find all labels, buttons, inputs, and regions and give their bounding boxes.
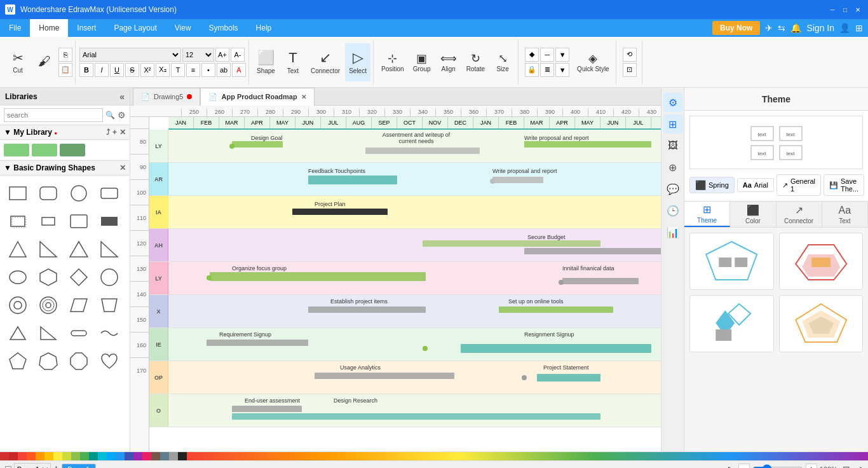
task-bar-write-proposal-2[interactable]	[492, 177, 543, 183]
my-library-header[interactable]: ▼ My Library ● ⤴ + ✕	[0, 125, 130, 140]
lock-button[interactable]: 🔒	[525, 63, 539, 77]
shape-double-ring[interactable]	[36, 292, 61, 318]
shape-pill[interactable]	[66, 320, 92, 346]
settings-icon[interactable]: ⚙	[118, 110, 126, 120]
zoom-out-button[interactable]: −	[738, 464, 750, 469]
size-button[interactable]: ⤡ Size	[490, 43, 515, 81]
shape-button[interactable]: ⬜ Shape	[253, 43, 279, 81]
task-bar-resign-signup[interactable]	[461, 344, 651, 353]
align-button[interactable]: ⟺ Align	[436, 43, 461, 81]
shape-pentagon[interactable]	[5, 348, 31, 374]
menu-home[interactable]: Home	[30, 19, 68, 37]
side-icon-image[interactable]: 🖼	[663, 136, 682, 155]
theme-item-3[interactable]	[689, 295, 774, 352]
italic-button[interactable]: I	[95, 63, 109, 77]
play-button[interactable]: ▶	[728, 465, 733, 468]
font-color-button[interactable]: A	[232, 63, 246, 77]
swatch-lime[interactable]	[62, 452, 71, 460]
side-icon-comments[interactable]: 💬	[663, 179, 682, 198]
find-replace-button[interactable]: ⟲	[623, 48, 637, 62]
rotate-button[interactable]: ↻ Rotate	[463, 43, 489, 81]
page-select[interactable]: Page-1	[14, 463, 51, 469]
minimize-button[interactable]: ─	[827, 4, 837, 15]
my-library-add-icon[interactable]: +	[112, 128, 117, 137]
swatch-brown[interactable]	[151, 452, 160, 460]
lib-shape-2[interactable]	[32, 144, 57, 156]
select-all-button[interactable]: ⊡	[623, 63, 637, 77]
theme-item-4[interactable]	[779, 295, 864, 352]
menu-help[interactable]: Help	[247, 19, 281, 37]
shape-right-tri-small[interactable]	[36, 320, 61, 346]
shape-thick-rect[interactable]	[97, 209, 122, 234]
menu-file[interactable]: File	[0, 19, 30, 37]
task-bar-enduser[interactable]	[232, 406, 302, 412]
task-bar-req-signup[interactable]	[207, 340, 308, 346]
menu-insert[interactable]: Insert	[68, 19, 105, 37]
shape-ellipse[interactable]	[5, 265, 31, 290]
swatch-pink[interactable]	[142, 452, 151, 460]
side-icon-data[interactable]: 📊	[663, 223, 682, 242]
theme-item-1[interactable]	[689, 233, 774, 290]
task-bar-secure-budget-green[interactable]	[423, 240, 600, 247]
right-tab-color[interactable]: ⬛ Color	[730, 202, 776, 227]
more-arrange-button[interactable]: ▼	[555, 63, 569, 77]
zoom-in-button[interactable]: +	[806, 464, 817, 469]
menu-page-layout[interactable]: Page Layout	[105, 19, 165, 37]
task-bar-financial[interactable]	[562, 278, 639, 284]
zoom-slider[interactable]	[752, 464, 803, 469]
task-bar-usage[interactable]	[315, 373, 454, 379]
side-icon-history[interactable]: 🕒	[663, 201, 682, 220]
fill-color-button[interactable]: ◆	[525, 48, 539, 62]
swatch-gradient[interactable]	[187, 452, 868, 460]
side-icon-format[interactable]: ⚙	[663, 93, 682, 112]
shape-trapezoid[interactable]	[97, 292, 122, 318]
maximize-button[interactable]: □	[840, 4, 850, 15]
paste-button[interactable]: 📋	[58, 63, 72, 77]
shape-triangle[interactable]	[5, 237, 31, 262]
shape-rectangle[interactable]	[5, 181, 31, 206]
shape-right-tri-2[interactable]	[97, 237, 122, 262]
swatch-yellow[interactable]	[53, 452, 62, 460]
swatch-black[interactable]	[178, 452, 187, 460]
canvas-scroll[interactable]: 250 260 270 280 290 300 310 320 330 340 …	[130, 106, 661, 451]
share-icon[interactable]: ⇆	[778, 23, 785, 33]
underline-button[interactable]: U	[110, 63, 124, 77]
side-icon-grid[interactable]: ⊞	[663, 114, 682, 134]
buy-now-button[interactable]: Buy Now	[712, 21, 760, 35]
canvas[interactable]: JAN FEB MAR APR MAY JUN JUL AUG SEP OCT …	[149, 117, 661, 451]
shape-tri-small[interactable]	[5, 320, 31, 346]
right-tab-text[interactable]: Aa Text	[822, 202, 868, 227]
my-library-export-icon[interactable]: ⤴	[106, 128, 110, 137]
superscript-button[interactable]: X²	[140, 63, 154, 77]
shape-heart[interactable]	[97, 348, 122, 374]
font-family-select[interactable]: Arial	[79, 48, 181, 62]
shape-rect-outline[interactable]	[66, 209, 92, 234]
sign-in-button[interactable]: Sign In	[806, 23, 834, 33]
text-button[interactable]: T Text	[280, 43, 306, 81]
arrange-button[interactable]: ≣	[540, 63, 554, 77]
subscript-button[interactable]: X₂	[156, 63, 170, 77]
more-style-button[interactable]: ▼	[555, 48, 569, 62]
shape-circle[interactable]	[66, 181, 92, 206]
search-input[interactable]	[4, 108, 103, 122]
task-bar-organize[interactable]	[210, 272, 426, 281]
basic-drawing-close-icon[interactable]: ✕	[119, 163, 126, 172]
swatch-purple[interactable]	[133, 452, 142, 460]
side-icon-layers[interactable]: ⊕	[663, 158, 682, 177]
swatch-indigo[interactable]	[125, 452, 133, 460]
basic-drawing-header[interactable]: ▼ Basic Drawing Shapes ✕	[0, 161, 130, 176]
bullet-button[interactable]: •	[201, 63, 215, 77]
swatch-grey[interactable]	[169, 452, 178, 460]
shape-stadium[interactable]	[97, 265, 122, 290]
task-bar-online-tools[interactable]	[499, 306, 613, 313]
copy-button[interactable]: ⎘	[58, 48, 72, 62]
task-bar-establish[interactable]	[308, 306, 426, 313]
theme-arial-option[interactable]: Aa Arial	[737, 178, 774, 192]
connector-button[interactable]: ↙ Connector	[307, 43, 344, 81]
task-bar-design-goal[interactable]	[232, 141, 283, 148]
bold-button[interactable]: B	[79, 63, 93, 77]
shape-heptagon[interactable]	[36, 348, 61, 374]
swatch-blue-grey[interactable]	[160, 452, 169, 460]
shape-ring[interactable]	[5, 292, 31, 318]
theme-save-option[interactable]: 💾 Save The...	[824, 174, 864, 196]
